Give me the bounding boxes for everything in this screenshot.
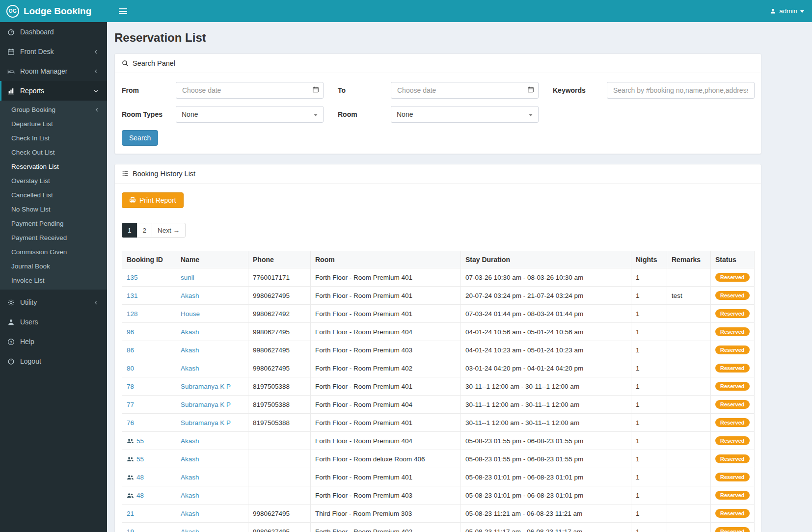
column-header-phone: Phone bbox=[248, 251, 311, 268]
pagination-page-current[interactable]: 1 bbox=[122, 223, 137, 238]
booking-id-link[interactable]: 128 bbox=[127, 310, 138, 318]
guest-name-link[interactable]: Akash bbox=[181, 455, 199, 463]
status-cell: Reserved bbox=[711, 432, 755, 450]
sidebar-item-invoice-list[interactable]: Invoice List bbox=[0, 273, 107, 288]
status-cell: Reserved bbox=[711, 414, 755, 432]
booking-id-link[interactable]: 131 bbox=[127, 292, 138, 299]
guest-name-link[interactable]: Subramanya K P bbox=[181, 383, 231, 390]
booking-id-cell: 96 bbox=[122, 323, 176, 341]
sidebar-item-label: Check In List bbox=[11, 134, 50, 142]
search-button[interactable]: Search bbox=[122, 130, 158, 146]
nights-cell: 1 bbox=[631, 341, 667, 359]
remarks-cell bbox=[667, 450, 711, 468]
nights-cell: 1 bbox=[631, 305, 667, 323]
reports-icon bbox=[7, 87, 15, 95]
status-badge: Reserved bbox=[715, 364, 750, 372]
status-badge: Reserved bbox=[715, 473, 750, 481]
sidebar-item-departure-list[interactable]: Departure List bbox=[0, 117, 107, 131]
sidebar-item-room-manager[interactable]: Room Manager bbox=[0, 61, 107, 81]
booking-id-link[interactable]: 86 bbox=[127, 346, 134, 354]
sidebar-item-no-show-list[interactable]: No Show List bbox=[0, 202, 107, 216]
guest-name-link[interactable]: Akash bbox=[181, 346, 199, 354]
guest-name-link[interactable]: Subramanya K P bbox=[181, 419, 231, 426]
sidebar-item-journal-book[interactable]: Journal Book bbox=[0, 259, 107, 273]
guest-name-link[interactable]: Akash bbox=[181, 292, 199, 299]
sidebar-item-help[interactable]: ?Help bbox=[0, 332, 107, 351]
status-badge: Reserved bbox=[715, 346, 750, 354]
sidebar-item-reports[interactable]: Reports bbox=[0, 81, 107, 101]
sidebar-item-label: Payment Received bbox=[11, 234, 67, 241]
guest-name-link[interactable]: Akash bbox=[181, 437, 199, 445]
print-report-button[interactable]: Print Report bbox=[122, 192, 184, 208]
remarks-cell bbox=[667, 523, 711, 532]
pagination: 12Next → bbox=[122, 223, 754, 238]
user-menu[interactable]: admin bbox=[770, 7, 804, 15]
guest-name-link[interactable]: House bbox=[181, 310, 200, 318]
sidebar-item-check-in-list[interactable]: Check In List bbox=[0, 131, 107, 145]
booking-id-link[interactable]: 19 bbox=[127, 528, 134, 532]
sidebar-item-check-out-list[interactable]: Check Out List bbox=[0, 145, 107, 160]
guest-name-link[interactable]: Akash bbox=[181, 528, 199, 532]
status-badge: Reserved bbox=[715, 327, 750, 336]
guest-name-link[interactable]: Subramanya K P bbox=[181, 401, 231, 408]
sidebar-item-commission-given[interactable]: Commission Given bbox=[0, 245, 107, 259]
booking-id-link[interactable]: 135 bbox=[127, 274, 138, 281]
room-select[interactable]: None bbox=[391, 106, 539, 123]
booking-id-link[interactable]: 80 bbox=[127, 365, 134, 372]
remarks-cell bbox=[667, 505, 711, 523]
stay-duration-cell: 30-11--1 12:00 am - 30-11--1 12:00 am bbox=[461, 377, 631, 396]
hamburger-menu-icon[interactable] bbox=[117, 5, 129, 17]
keywords-input[interactable] bbox=[607, 82, 755, 99]
guest-name-link[interactable]: sunil bbox=[181, 274, 194, 281]
sidebar-item-label: Check Out List bbox=[11, 149, 55, 156]
guest-name-link[interactable]: Akash bbox=[181, 365, 199, 372]
nights-cell: 1 bbox=[631, 505, 667, 523]
sidebar-item-overstay-list[interactable]: Overstay List bbox=[0, 174, 107, 188]
sidebar-item-logout[interactable]: Logout bbox=[0, 351, 107, 371]
sidebar-item-payment-received[interactable]: Payment Received bbox=[0, 231, 107, 245]
phone-cell: 8197505388 bbox=[248, 377, 311, 396]
nights-cell: 1 bbox=[631, 396, 667, 414]
sidebar-item-cancelled-list[interactable]: Cancelled List bbox=[0, 188, 107, 202]
brand-logo[interactable]: OG Lodge Booking bbox=[0, 0, 107, 22]
guest-name-link[interactable]: Akash bbox=[181, 510, 199, 517]
printer-icon bbox=[129, 197, 136, 204]
sidebar-item-users[interactable]: Users bbox=[0, 312, 107, 332]
room-types-select[interactable]: None bbox=[176, 106, 324, 123]
status-cell: Reserved bbox=[711, 486, 755, 505]
guest-name-cell: Subramanya K P bbox=[176, 396, 248, 414]
booking-id-link[interactable]: 55 bbox=[136, 455, 144, 463]
booking-id-link[interactable]: 96 bbox=[127, 328, 134, 336]
from-date-input[interactable] bbox=[176, 82, 324, 99]
booking-id-link[interactable]: 48 bbox=[136, 474, 144, 481]
phone-cell: 9980627495 bbox=[248, 323, 311, 341]
guest-name-link[interactable]: Akash bbox=[181, 492, 199, 499]
to-date-input[interactable] bbox=[391, 82, 539, 99]
pagination-item[interactable]: Next → bbox=[152, 223, 186, 238]
guest-name-link[interactable]: Akash bbox=[181, 328, 199, 336]
sidebar-item-payment-pending[interactable]: Payment Pending bbox=[0, 216, 107, 231]
sidebar-item-dashboard[interactable]: Dashboard bbox=[0, 22, 107, 42]
sidebar-item-front-desk[interactable]: Front Desk bbox=[0, 42, 107, 61]
sidebar-item-utility[interactable]: Utility bbox=[0, 293, 107, 312]
status-badge: Reserved bbox=[715, 309, 750, 318]
booking-id-link[interactable]: 55 bbox=[136, 437, 144, 445]
stay-duration-cell: 05-08-23 01:55 pm - 06-08-23 01:55 pm bbox=[461, 450, 631, 468]
room-cell: Forth Floor - Room Premium 401 bbox=[311, 305, 461, 323]
booking-id-link[interactable]: 78 bbox=[127, 383, 134, 390]
room-cell: Forth Floor - Room Premium 402 bbox=[311, 359, 461, 377]
sidebar-item-label: Commission Given bbox=[11, 248, 67, 256]
sidebar-item-group-booking[interactable]: Group Booking bbox=[0, 103, 107, 117]
booking-id-link[interactable]: 48 bbox=[136, 492, 144, 499]
sidebar-item-reservation-list[interactable]: Reservation List bbox=[0, 160, 107, 174]
booking-id-link[interactable]: 77 bbox=[127, 401, 134, 408]
room-manager-icon bbox=[7, 68, 15, 75]
group-icon bbox=[127, 438, 134, 444]
pagination-item[interactable]: 2 bbox=[137, 223, 153, 238]
guest-name-link[interactable]: Akash bbox=[181, 474, 199, 481]
booking-id-cell: 135 bbox=[122, 268, 176, 287]
main-content: Reservation List Search Panel From bbox=[107, 22, 812, 532]
booking-id-link[interactable]: 21 bbox=[127, 510, 134, 517]
booking-id-link[interactable]: 76 bbox=[127, 419, 134, 426]
nights-cell: 1 bbox=[631, 268, 667, 287]
